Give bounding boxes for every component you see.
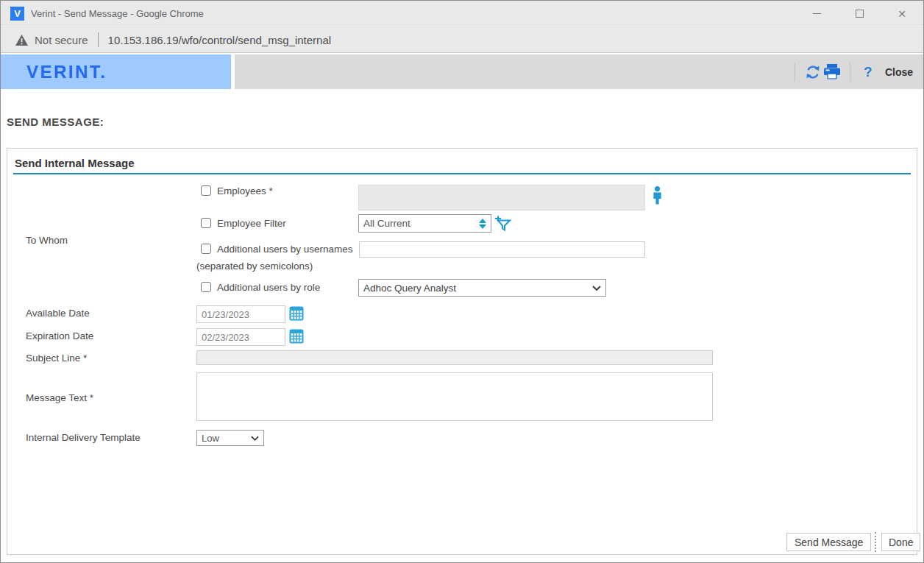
subject-line-input[interactable]	[196, 350, 713, 365]
security-label: Not secure	[35, 34, 88, 46]
spinner-arrows-icon	[479, 219, 486, 229]
additional-role-checkbox[interactable]	[201, 282, 211, 292]
message-text-area[interactable]	[196, 372, 713, 421]
warning-icon	[15, 35, 28, 46]
employees-label: Employees *	[217, 185, 273, 196]
select-employees-icon[interactable]	[652, 186, 663, 208]
employees-input[interactable]	[358, 185, 645, 210]
send-internal-message-form: Send Internal Message To Whom Employees …	[7, 148, 917, 555]
page-title: SEND MESSAGE:	[7, 116, 104, 128]
address-divider	[98, 32, 99, 47]
refresh-icon[interactable]	[803, 63, 822, 82]
employee-filter-checkbox[interactable]	[201, 218, 211, 228]
done-button[interactable]: Done	[881, 533, 920, 551]
employee-filter-value: All Current	[363, 218, 411, 229]
delivery-template-select[interactable]: Low	[196, 430, 264, 446]
toolbar-divider	[795, 63, 795, 82]
employees-checkbox[interactable]	[201, 185, 211, 196]
app-header: VERINT.	[1, 54, 923, 89]
print-icon[interactable]	[822, 63, 842, 82]
button-divider	[875, 532, 876, 552]
additional-role-label: Additional users by role	[217, 282, 320, 293]
usernames-note: (separated by semicolons)	[196, 261, 313, 272]
send-message-button[interactable]: Send Message	[786, 533, 871, 551]
browser-window: V Verint - Send Message - Google Chrome …	[0, 0, 924, 563]
additional-role-value: Adhoc Query Analyst	[363, 283, 456, 294]
form-title-underline	[13, 173, 911, 174]
url-text: 10.153.186.19/wfo/control/send_msg_inter…	[108, 34, 332, 46]
verint-favicon-icon: V	[10, 7, 24, 21]
maximize-icon[interactable]	[838, 1, 881, 26]
expiration-date-input[interactable]	[196, 328, 285, 346]
message-text-label: Message Text *	[26, 392, 93, 403]
additional-usernames-input[interactable]	[359, 241, 645, 258]
window-close-icon[interactable]: ✕	[881, 1, 923, 26]
window-titlebar[interactable]: V Verint - Send Message - Google Chrome …	[1, 1, 923, 26]
available-date-calendar-icon[interactable]	[289, 306, 304, 324]
address-bar: Not secure 10.153.186.19/wfo/control/sen…	[1, 27, 923, 53]
available-date-input[interactable]	[196, 305, 285, 323]
help-icon[interactable]: ?	[859, 63, 878, 82]
delivery-template-value: Low	[202, 433, 219, 444]
window-controls: ✕	[795, 1, 923, 26]
toolbar-divider	[850, 63, 850, 82]
minimize-icon[interactable]	[795, 1, 838, 26]
favicon-letter: V	[14, 8, 21, 19]
window-title: Verint - Send Message - Google Chrome	[31, 8, 204, 19]
page-content: SEND MESSAGE: Send Internal Message To W…	[1, 89, 923, 562]
available-date-label: Available Date	[26, 308, 90, 319]
add-filter-icon[interactable]	[494, 216, 511, 234]
additional-usernames-label: Additional users by usernames	[217, 244, 353, 255]
expiration-date-calendar-icon[interactable]	[289, 329, 304, 347]
subject-line-label: Subject Line *	[26, 353, 87, 364]
to-whom-label: To Whom	[26, 235, 68, 246]
additional-usernames-checkbox[interactable]	[201, 244, 211, 254]
chevron-down-icon	[251, 436, 259, 441]
verint-logo-text: VERINT.	[26, 62, 107, 82]
additional-role-select[interactable]: Adhoc Query Analyst	[358, 279, 606, 297]
chevron-down-icon	[592, 286, 601, 291]
verint-logo: VERINT.	[1, 54, 231, 89]
employee-filter-label: Employee Filter	[217, 218, 286, 229]
header-toolbar: ? Close	[235, 54, 923, 89]
close-button[interactable]: Close	[885, 66, 913, 78]
form-title: Send Internal Message	[15, 157, 135, 169]
expiration-date-label: Expiration Date	[26, 330, 93, 341]
employee-filter-select[interactable]: All Current	[358, 214, 491, 233]
delivery-template-label: Internal Delivery Template	[26, 432, 141, 443]
